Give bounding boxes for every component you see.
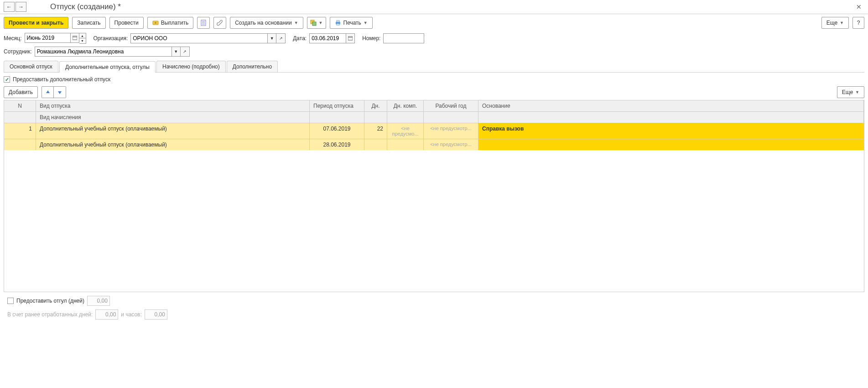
print-button[interactable]: Печать ▼ [330,17,373,29]
write-button[interactable]: Записать [72,17,105,29]
print-button-label: Печать [343,20,361,26]
tab-footer: Предоставить отгул (дней) В счет ранее о… [4,292,864,323]
svg-rect-10 [337,24,339,25]
employee-open-button[interactable]: ↗ [181,47,190,57]
table-row[interactable]: Дополнительный учебный отпуск (оплачивае… [4,139,864,150]
vacation-grid: N Вид отпуска Период отпуска Дн. Дн. ком… [4,100,864,292]
date-label: Дата: [293,35,307,42]
page-title: Отпуск (создание) * [50,2,121,11]
chevron-down-icon: ▼ [364,21,368,25]
provide-additional-checkbox[interactable] [4,76,10,83]
col-period[interactable]: Период отпуска [310,100,364,111]
move-down-button[interactable] [54,87,66,98]
col-accrual[interactable]: Вид начисления [36,112,310,123]
tabs: Основной отпуск Дополнительные отпуска, … [4,61,864,73]
chevron-down-icon: ▼ [840,21,844,25]
calendar-icon [348,36,353,41]
cell-accrual[interactable]: Дополнительный учебный отпуск (оплачивае… [36,139,310,150]
pay-button-label: Выплатить [161,20,189,26]
close-icon[interactable]: ✕ [853,2,864,11]
col-work-year[interactable]: Рабочий год [424,100,478,111]
move-up-button[interactable] [42,87,54,98]
employee-input[interactable] [35,47,172,57]
cell-period-to[interactable]: 28.06.2019 [310,139,364,150]
col-type[interactable]: Вид отпуска [36,100,310,111]
month-spinner[interactable]: ▲▼ [79,33,86,44]
date-input[interactable] [309,33,346,43]
main-toolbar: Провести и закрыть Записать Провести Вып… [0,14,868,31]
printer-icon [335,20,341,26]
cell-period-from[interactable]: 07.06.2019 [310,123,364,139]
spin-down-icon[interactable]: ▼ [79,38,86,43]
month-input[interactable] [25,33,70,43]
cell-n[interactable]: 1 [4,123,36,139]
provide-additional-checkbox-row: Предоставить дополнительный отпуск [4,76,864,83]
link-icon [310,20,317,26]
tab-extra[interactable]: Дополнительно [227,61,278,72]
svg-rect-9 [337,21,339,22]
provide-timeoff-checkbox[interactable] [7,298,14,304]
chevron-down-icon: ▼ [855,90,859,94]
calendar-icon [73,36,77,40]
org-input[interactable] [130,33,267,43]
help-button[interactable]: ? [852,17,864,29]
date-calendar-button[interactable] [346,33,355,43]
org-dropdown-button[interactable]: ▼ [267,33,276,43]
org-label: Организация: [94,35,128,42]
nav-back-button[interactable]: ← [4,2,15,12]
employee-dropdown-button[interactable]: ▼ [172,47,181,57]
grid-empty-area[interactable] [4,150,864,292]
tab-additional-vacation[interactable]: Дополнительные отпуска, отгулы [59,61,156,73]
cell-work-year-2[interactable]: <не предусмотр... [424,139,478,150]
add-row-button[interactable]: Добавить [4,86,38,98]
employee-input-group: ▼ ↗ [35,47,190,57]
document-icon-button[interactable] [197,17,210,29]
number-input[interactable] [383,33,424,43]
spin-up-icon[interactable]: ▲ [79,33,86,38]
cell-basis[interactable]: Справка вызов [478,123,864,139]
chevron-down-icon: ▼ [319,21,323,25]
org-input-group: ▼ ↗ [130,33,286,43]
col-basis[interactable]: Основание [478,100,864,111]
table-more-button[interactable]: Еще ▼ [837,86,864,98]
arrow-up-icon [45,89,51,95]
document-icon [200,20,207,26]
create-based-on-button[interactable]: Создать на основании ▼ [230,17,303,29]
svg-rect-13 [348,37,353,40]
prev-days-label: В счет ранее отработанных дней: [7,311,93,318]
provide-additional-label: Предоставить дополнительный отпуск [13,76,110,83]
date-input-group [309,33,355,43]
create-based-on-label: Создать на основании [235,20,292,26]
cell-work-year-1[interactable]: <не предусмотр... [424,123,478,139]
tab-main-vacation[interactable]: Основной отпуск [4,61,58,72]
month-input-group: ▲▼ [25,33,86,44]
cell-days-comp[interactable]: <не предусмо... [387,123,424,139]
link-button[interactable]: ▼ [307,17,326,29]
prev-days-input [95,309,118,320]
col-days-comp[interactable]: Дн. комп. [387,100,424,111]
pay-button[interactable]: Выплатить [147,17,194,29]
post-and-close-button[interactable]: Провести и закрыть [4,17,68,29]
cell-days[interactable]: 22 [364,123,387,139]
month-label: Месяц: [4,35,22,42]
nav-forward-button[interactable]: → [16,2,26,12]
col-n[interactable]: N [4,100,36,111]
prev-worked-row: В счет ранее отработанных дней: и часов: [7,309,861,320]
more-button-label: Еще [826,20,837,26]
table-row[interactable]: 1 Дополнительный учебный отпуск (оплачив… [4,123,864,139]
provide-timeoff-label: Предоставить отгул (дней) [16,298,84,304]
svg-rect-7 [312,22,316,26]
post-button[interactable]: Провести [109,17,144,29]
timeoff-days-input[interactable] [87,296,110,306]
move-row-buttons [42,86,66,98]
col-days[interactable]: Дн. [364,100,387,111]
employee-label: Сотрудник: [4,48,32,55]
org-open-button[interactable]: ↗ [276,33,286,43]
cell-type[interactable]: Дополнительный учебный отпуск (оплачивае… [36,123,310,139]
attach-button[interactable] [213,17,226,29]
month-calendar-button[interactable] [70,33,79,43]
more-button[interactable]: Еще ▼ [821,17,849,29]
table-more-label: Еще [842,89,853,95]
tab-accrued-details[interactable]: Начислено (подробно) [156,61,226,72]
svg-rect-11 [73,36,77,40]
